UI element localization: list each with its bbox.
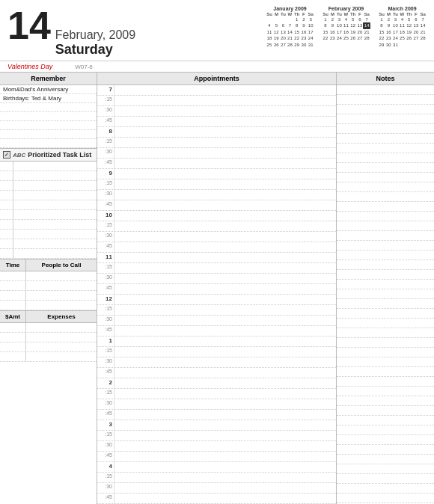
notes-line-30[interactable] — [337, 367, 434, 377]
notes-line-20[interactable] — [337, 270, 434, 280]
notes-line-23[interactable] — [337, 299, 434, 309]
notes-line-38[interactable] — [337, 445, 434, 455]
march-calendar: March 2009 SuMTuWThFSa 1234567 891011121… — [378, 6, 427, 48]
notes-line-16[interactable] — [337, 231, 434, 241]
notes-line-35[interactable] — [337, 416, 434, 425]
appt-line-10-45[interactable] — [114, 242, 336, 252]
appt-line-3-30[interactable] — [114, 441, 336, 451]
notes-line-4[interactable] — [337, 114, 434, 124]
appt-line-1-00[interactable] — [114, 336, 336, 346]
appt-line-3-00[interactable] — [114, 420, 336, 430]
notes-line-40[interactable] — [337, 464, 434, 474]
appt-line-12-00[interactable] — [114, 295, 336, 304]
notes-line-24[interactable] — [337, 309, 434, 319]
appt-line-7-00[interactable] — [114, 85, 336, 95]
appt-line-7-30[interactable] — [114, 106, 336, 116]
appt-line-2-30[interactable] — [114, 399, 336, 409]
task-text-2 — [13, 171, 97, 180]
appt-line-11-30[interactable] — [114, 274, 336, 283]
notes-line-26[interactable] — [337, 328, 434, 338]
appt-line-1-15[interactable] — [114, 347, 336, 357]
notes-line-1[interactable] — [337, 85, 434, 95]
task-row-1 — [0, 162, 97, 171]
sub-label-1-45-6: :45 — [97, 368, 114, 374]
appt-line-4-45[interactable] — [114, 494, 336, 503]
appt-line-2-15[interactable] — [114, 389, 336, 399]
notes-line-33[interactable] — [337, 396, 434, 406]
appt-line-2-00[interactable] — [114, 378, 336, 388]
appt-line-8-00[interactable] — [114, 127, 336, 137]
notes-line-13[interactable] — [337, 202, 434, 212]
notes-line-41[interactable] — [337, 474, 434, 484]
notes-line-39[interactable] — [337, 455, 434, 464]
notes-line-9[interactable] — [337, 163, 434, 173]
hour-label-2-7: 2 — [97, 378, 114, 386]
appt-line-1-45[interactable] — [114, 368, 336, 378]
notes-line-37[interactable] — [337, 435, 434, 445]
appt-line-11-45[interactable] — [114, 284, 336, 294]
appt-line-12-15[interactable] — [114, 305, 336, 315]
appt-line-10-00[interactable] — [114, 211, 336, 221]
hour-label-11-4: 11 — [97, 253, 114, 260]
notes-line-29[interactable] — [337, 357, 434, 367]
notes-line-11[interactable] — [337, 182, 434, 192]
sub-label-11-45-4: :45 — [97, 284, 114, 290]
notes-line-25[interactable] — [337, 319, 434, 328]
appt-line-8-45[interactable] — [114, 159, 336, 168]
expenses-item-3 — [26, 342, 97, 351]
notes-line-43[interactable] — [337, 494, 434, 503]
appt-line-9-15[interactable] — [114, 179, 336, 189]
appt-line-1-30[interactable] — [114, 357, 336, 367]
notes-line-6[interactable] — [337, 134, 434, 144]
notes-line-31[interactable] — [337, 377, 434, 387]
notes-line-2[interactable] — [337, 95, 434, 105]
appt-line-11-00[interactable] — [114, 253, 336, 262]
appt-line-7-45[interactable] — [114, 117, 336, 126]
notes-line-27[interactable] — [337, 338, 434, 348]
notes-line-17[interactable] — [337, 241, 434, 251]
appt-line-8-30[interactable] — [114, 148, 336, 158]
sub-label-4-30-9: :30 — [97, 483, 114, 489]
notes-line-15[interactable] — [337, 221, 434, 231]
time-row-2-30: :30 — [97, 399, 336, 410]
task-row-7 — [0, 220, 97, 230]
notes-line-14[interactable] — [337, 212, 434, 221]
task-text-4 — [13, 191, 97, 200]
notes-line-28[interactable] — [337, 348, 434, 357]
notes-column: Notes — [337, 73, 434, 504]
appt-line-4-15[interactable] — [114, 473, 336, 482]
appt-line-4-00[interactable] — [114, 462, 336, 472]
appt-line-12-45[interactable] — [114, 326, 336, 336]
appt-line-10-15[interactable] — [114, 221, 336, 231]
notes-line-18[interactable] — [337, 251, 434, 260]
time-row-11-00: 11 — [97, 253, 336, 263]
notes-line-3[interactable] — [337, 105, 434, 114]
appt-line-4-30[interactable] — [114, 483, 336, 493]
notes-line-7[interactable] — [337, 144, 434, 153]
appt-line-10-30[interactable] — [114, 232, 336, 242]
notes-line-21[interactable] — [337, 280, 434, 289]
time-row-10-15: :15 — [97, 221, 336, 232]
appt-line-3-45[interactable] — [114, 452, 336, 461]
appt-line-2-45[interactable] — [114, 410, 336, 420]
appt-line-9-00[interactable] — [114, 169, 336, 179]
notes-line-32[interactable] — [337, 387, 434, 396]
expenses-amt-2 — [0, 333, 26, 342]
notes-line-12[interactable] — [337, 192, 434, 202]
appt-line-9-45[interactable] — [114, 200, 336, 210]
notes-line-19[interactable] — [337, 260, 434, 270]
task-checkbox-icon[interactable]: ✓ — [3, 151, 10, 159]
appt-line-7-15[interactable] — [114, 96, 336, 105]
appt-line-3-15[interactable] — [114, 431, 336, 440]
appt-line-12-30[interactable] — [114, 316, 336, 325]
appt-line-11-15[interactable] — [114, 263, 336, 273]
notes-line-5[interactable] — [337, 124, 434, 134]
appt-line-8-15[interactable] — [114, 138, 336, 147]
notes-line-8[interactable] — [337, 153, 434, 163]
notes-line-36[interactable] — [337, 425, 434, 435]
appt-line-9-30[interactable] — [114, 190, 336, 200]
notes-line-22[interactable] — [337, 289, 434, 299]
notes-line-42[interactable] — [337, 484, 434, 494]
notes-line-10[interactable] — [337, 173, 434, 182]
notes-line-34[interactable] — [337, 406, 434, 416]
